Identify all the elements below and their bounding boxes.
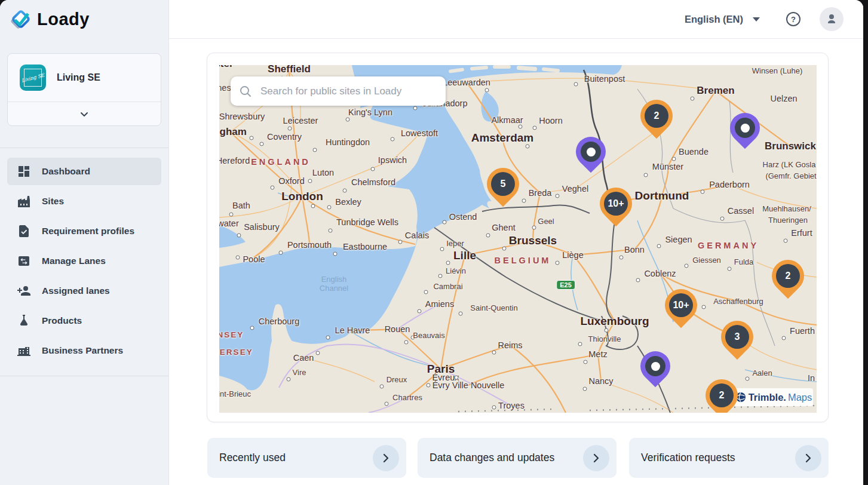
language-label: English (EN): [685, 14, 743, 25]
map-marker-cluster[interactable]: 2: [634, 93, 679, 139]
chevron-right-icon: [803, 453, 813, 463]
chevron-down-icon: [78, 108, 90, 120]
dashboard-content: sternesSheffieldShrewsburynghamLeicester…: [169, 39, 863, 485]
search-input[interactable]: [259, 85, 437, 98]
person-add-icon: [17, 284, 31, 298]
sidebar-item-dashboard[interactable]: Dashboard: [7, 158, 161, 185]
marker-disc: [581, 142, 601, 162]
app-window: Loady Living SE Living SE: [0, 0, 863, 485]
loady-logo-icon: [8, 8, 32, 32]
sidebar-item-label: Assigned lanes: [42, 286, 110, 296]
sidebar-nav: Dashboard Sites Requirement profiles: [0, 148, 168, 376]
sidebar: Loady Living SE Living SE: [0, 0, 169, 485]
factory-icon: [17, 194, 31, 208]
marker-disc: 10+: [669, 293, 693, 317]
company-expand-button[interactable]: [8, 102, 161, 126]
map-marker-cluster[interactable]: 10+: [593, 181, 639, 226]
marker-dot: [651, 362, 660, 371]
person-icon: [824, 12, 839, 26]
map[interactable]: sternesSheffieldShrewsburynghamLeicester…: [219, 65, 817, 413]
chevron-right-icon: [381, 453, 391, 463]
card-recently-used[interactable]: Recently used: [207, 438, 406, 478]
marker-dot: [587, 148, 596, 156]
map-marker-site[interactable]: [634, 345, 677, 388]
svg-text:?: ?: [791, 15, 796, 24]
map-search-box: [231, 76, 446, 106]
card-verification-requests[interactable]: Verification requests: [629, 438, 829, 478]
card-label: Data changes and updates: [430, 452, 554, 464]
help-icon: ?: [785, 11, 802, 27]
company-logo-text: Living SE: [17, 62, 48, 93]
sidebar-item-label: Dashboard: [42, 166, 90, 177]
company-info: Living SE Living SE: [8, 54, 161, 102]
sidebar-item-label: Products: [42, 315, 82, 326]
marker-disc: [645, 356, 665, 376]
search-icon: [239, 85, 252, 98]
marker-disc: 5: [491, 172, 515, 196]
marker-disc: 10+: [604, 192, 628, 216]
building-icon: [17, 343, 31, 358]
sidebar-item-sites[interactable]: Sites: [7, 188, 161, 215]
company-selector-card: Living SE Living SE: [7, 53, 161, 126]
chevron-right-icon: [591, 453, 601, 463]
marker-disc: 2: [710, 383, 734, 407]
flask-icon: [17, 314, 31, 328]
marker-disc: [735, 118, 755, 138]
caret-down-icon: [753, 17, 760, 22]
map-markers-layer: 2510+210+32: [219, 65, 817, 413]
card-data-changes[interactable]: Data changes and updates: [418, 438, 617, 478]
screen: Loady Living SE Living SE: [0, 0, 868, 485]
card-label: Recently used: [219, 452, 286, 464]
map-marker-cluster[interactable]: 3: [714, 314, 760, 360]
marker-disc: 2: [645, 104, 668, 128]
app-logo: Loady: [0, 0, 168, 39]
user-avatar[interactable]: [820, 7, 844, 31]
chevron-right-button[interactable]: [373, 445, 399, 471]
map-marker-cluster[interactable]: 5: [480, 161, 526, 207]
map-card: sternesSheffieldShrewsburynghamLeicester…: [207, 53, 829, 422]
document-check-icon: [17, 224, 31, 238]
company-logo: Living SE: [20, 65, 46, 91]
map-marker-cluster[interactable]: 10+: [658, 283, 704, 328]
help-button[interactable]: ?: [785, 11, 802, 27]
card-label: Verification requests: [641, 452, 735, 464]
sidebar-item-products[interactable]: Products: [7, 307, 161, 334]
sidebar-item-assigned-lanes[interactable]: Assigned lanes: [7, 277, 161, 305]
topbar: English (EN) ?: [169, 0, 863, 39]
chevron-right-button[interactable]: [795, 445, 821, 471]
marker-dot: [741, 124, 750, 133]
sidebar-item-business-partners[interactable]: Business Partners: [7, 337, 161, 364]
main-area: English (EN) ?: [169, 0, 863, 485]
swap-arrows-icon: [17, 254, 31, 268]
app-logo-text: Loady: [37, 10, 90, 29]
marker-disc: 3: [725, 325, 749, 349]
map-marker-site[interactable]: [724, 107, 766, 149]
sidebar-item-manage-lanes[interactable]: Manage Lanes: [7, 247, 161, 275]
sidebar-item-label: Business Partners: [42, 345, 123, 356]
sidebar-item-requirement-profiles[interactable]: Requirement profiles: [7, 217, 161, 245]
sidebar-item-label: Manage Lanes: [42, 256, 106, 266]
marker-disc: 2: [776, 264, 800, 288]
dashboard-icon: [17, 164, 31, 179]
language-selector[interactable]: English (EN): [685, 14, 760, 25]
map-marker-cluster[interactable]: 2: [699, 373, 744, 413]
company-name: Living SE: [57, 72, 100, 83]
map-marker-site[interactable]: [570, 131, 612, 173]
map-marker-cluster[interactable]: 2: [765, 253, 811, 299]
sidebar-item-label: Sites: [42, 196, 64, 207]
sidebar-item-label: Requirement profiles: [42, 226, 134, 237]
chevron-right-button[interactable]: [583, 445, 609, 471]
